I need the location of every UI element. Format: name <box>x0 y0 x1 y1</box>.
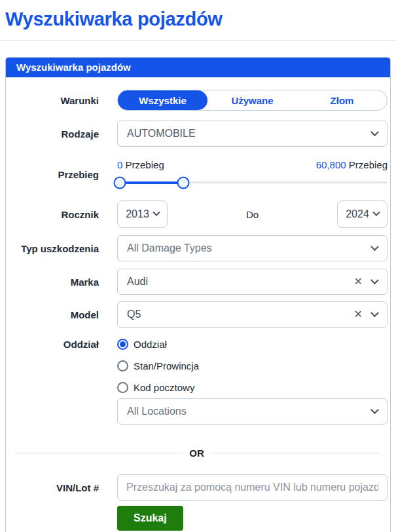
model-row: Model Q5 ✕ <box>6 301 387 328</box>
location-radio-yard-label: Oddział <box>134 339 167 350</box>
card-body: Warunki Wszystkie Używane Złom Rodzaje A… <box>6 77 390 532</box>
location-select[interactable]: All Locations <box>117 398 387 425</box>
chevron-down-icon <box>153 209 160 216</box>
location-value: All Locations <box>127 406 187 417</box>
year-separator: Do <box>168 209 337 220</box>
mileage-handle-min[interactable] <box>114 177 126 189</box>
mileage-max-text: 60,800 Przebieg <box>316 159 387 170</box>
chevron-down-icon <box>370 276 379 284</box>
model-select[interactable]: Q5 ✕ <box>117 301 387 328</box>
location-radio-yard[interactable]: Oddział <box>117 339 387 350</box>
mileage-row: Przebieg 0 Przebieg 60,800 Przebieg <box>6 159 387 189</box>
radio-icon[interactable] <box>117 382 128 393</box>
chevron-down-icon <box>370 406 379 414</box>
mileage-label: Przebieg <box>6 169 99 180</box>
damage-type-select[interactable]: All Damage Types <box>117 235 387 261</box>
or-label: OR <box>189 447 204 459</box>
location-radio-state[interactable]: Stan/Prowincja <box>117 360 387 371</box>
condition-option-used[interactable]: Używane <box>207 90 297 110</box>
location-radio-state-label: Stan/Prowincja <box>134 360 199 371</box>
model-label: Model <box>6 309 99 320</box>
damage-type-value: All Damage Types <box>127 242 212 254</box>
location-radio-zip[interactable]: Kod pocztowy <box>117 382 387 393</box>
radio-icon[interactable] <box>117 360 128 371</box>
mileage-handle-max[interactable] <box>177 177 190 189</box>
year-to-select[interactable]: 2024 <box>337 200 387 228</box>
damage-type-row: Typ uszkodzenia All Damage Types <box>6 235 387 261</box>
clear-icon[interactable]: ✕ <box>354 276 363 287</box>
condition-segmented-control: Wszystkie Używane Złom <box>117 90 387 111</box>
condition-option-all[interactable]: Wszystkie <box>118 90 207 110</box>
condition-label: Warunki <box>6 95 99 106</box>
search-button[interactable]: Szukaj <box>117 506 183 531</box>
location-row: Oddział Oddział Stan/Prowincja Kod poczt… <box>6 339 387 425</box>
mileage-slider[interactable] <box>117 176 387 189</box>
divider-line <box>210 453 378 453</box>
vehicle-finder-card: Wyszukiwarka pojazdów Warunki Wszystkie … <box>5 57 391 532</box>
card-header: Wyszukiwarka pojazdów <box>6 58 390 77</box>
damage-type-label: Typ uszkodzenia <box>6 243 99 254</box>
radio-icon[interactable] <box>117 339 128 350</box>
year-to-value: 2024 <box>346 208 369 220</box>
year-from-select[interactable]: 2013 <box>117 200 168 228</box>
location-radio-zip-label: Kod pocztowy <box>134 382 194 393</box>
vehicle-type-row: Rodzaje AUTOMOBILE <box>6 121 387 147</box>
mileage-min-text: 0 Przebieg <box>117 159 164 170</box>
year-from-value: 2013 <box>126 208 149 220</box>
condition-row: Warunki Wszystkie Używane Złom <box>6 90 387 111</box>
chevron-down-icon <box>370 309 379 317</box>
vehicle-type-select[interactable]: AUTOMOBILE <box>117 121 387 147</box>
chevron-down-icon <box>372 209 380 216</box>
page-title: Wyszukiwarka pojazdów <box>0 0 396 40</box>
or-divider: OR <box>15 447 378 459</box>
vin-input[interactable] <box>117 474 387 501</box>
divider-line <box>15 453 183 453</box>
chevron-down-icon <box>370 242 379 251</box>
condition-option-salvage[interactable]: Złom <box>297 90 387 110</box>
mileage-values: 0 Przebieg 60,800 Przebieg <box>117 159 387 170</box>
make-label: Marka <box>6 276 99 288</box>
year-row: Rocznik 2013 Do 2024 <box>6 200 387 228</box>
year-label: Rocznik <box>6 209 99 220</box>
chevron-down-icon <box>370 128 379 136</box>
mileage-active-track <box>120 181 183 184</box>
vin-row: VIN/Lot # <box>6 474 387 501</box>
location-label: Oddział <box>6 339 99 350</box>
make-value: Audi <box>127 276 148 288</box>
page-divider <box>0 40 396 41</box>
vehicle-type-label: Rodzaje <box>6 128 99 140</box>
make-row: Marka Audi ✕ <box>6 269 387 295</box>
vin-label: VIN/Lot # <box>6 482 99 493</box>
search-row: Szukaj <box>6 506 387 531</box>
vehicle-type-value: AUTOMOBILE <box>127 128 196 140</box>
clear-icon[interactable]: ✕ <box>354 309 363 320</box>
make-select[interactable]: Audi ✕ <box>117 269 387 295</box>
model-value: Q5 <box>127 309 141 320</box>
